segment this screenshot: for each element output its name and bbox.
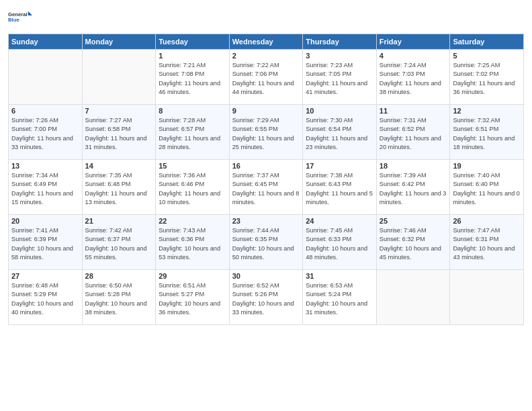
calendar-cell: 10Sunrise: 7:30 AMSunset: 6:54 PMDayligh… — [303, 105, 377, 160]
calendar-cell: 31Sunrise: 6:53 AMSunset: 5:24 PMDayligh… — [303, 270, 377, 325]
day-number: 18 — [380, 162, 447, 170]
day-info: Sunrise: 6:48 AMSunset: 5:29 PMDaylight:… — [11, 281, 79, 317]
svg-marker-2 — [28, 11, 32, 15]
day-number: 12 — [453, 107, 521, 115]
calendar-cell: 21Sunrise: 7:42 AMSunset: 6:37 PMDayligh… — [82, 215, 156, 270]
weekday-header-monday: Monday — [82, 34, 156, 50]
day-info-line: Sunset: 6:39 PM — [11, 236, 57, 242]
day-info-line: Daylight: 11 hours and 23 minutes. — [306, 135, 367, 150]
svg-text:Blue: Blue — [8, 17, 19, 23]
calendar-week-5: 27Sunrise: 6:48 AMSunset: 5:29 PMDayligh… — [9, 270, 524, 325]
day-info: Sunrise: 7:25 AMSunset: 7:02 PMDaylight:… — [453, 61, 521, 97]
weekday-header-saturday: Saturday — [450, 34, 524, 50]
day-info: Sunrise: 7:21 AMSunset: 7:08 PMDaylight:… — [159, 61, 226, 97]
day-info-line: Daylight: 11 hours and 44 minutes. — [232, 80, 294, 95]
calendar-cell — [376, 270, 450, 325]
day-number: 20 — [11, 217, 79, 225]
day-info-line: Sunrise: 7:31 AM — [380, 117, 427, 124]
day-info-line: Sunset: 7:05 PM — [306, 71, 351, 77]
day-number: 29 — [159, 272, 226, 280]
calendar-cell: 22Sunrise: 7:43 AMSunset: 6:36 PMDayligh… — [156, 215, 230, 270]
calendar-cell: 20Sunrise: 7:41 AMSunset: 6:39 PMDayligh… — [9, 215, 83, 270]
day-info-line: Daylight: 11 hours and 18 minutes. — [453, 135, 515, 150]
day-info-line: Sunrise: 7:36 AM — [159, 172, 206, 179]
day-number: 1 — [159, 52, 226, 60]
day-number: 8 — [159, 107, 226, 115]
day-info: Sunrise: 7:29 AMSunset: 6:55 PMDaylight:… — [232, 116, 300, 152]
day-number: 21 — [85, 217, 153, 225]
day-info-line: Daylight: 11 hours and 36 minutes. — [453, 80, 515, 95]
day-info: Sunrise: 7:45 AMSunset: 6:33 PMDaylight:… — [306, 226, 373, 262]
calendar-cell: 9Sunrise: 7:29 AMSunset: 6:55 PMDaylight… — [229, 105, 303, 160]
day-info: Sunrise: 7:22 AMSunset: 7:06 PMDaylight:… — [232, 61, 300, 97]
calendar-cell — [9, 50, 83, 105]
day-info-line: Sunset: 7:02 PM — [453, 71, 498, 77]
day-info-line: Daylight: 11 hours and 15 minutes. — [11, 190, 73, 205]
calendar-table: SundayMondayTuesdayWednesdayThursdayFrid… — [8, 34, 524, 325]
day-number: 17 — [306, 162, 373, 170]
day-info-line: Sunrise: 7:21 AM — [159, 62, 206, 68]
day-info-line: Sunset: 7:06 PM — [232, 71, 278, 77]
calendar-week-4: 20Sunrise: 7:41 AMSunset: 6:39 PMDayligh… — [9, 215, 524, 270]
day-info-line: Sunrise: 7:27 AM — [85, 117, 132, 124]
calendar-cell: 29Sunrise: 6:51 AMSunset: 5:27 PMDayligh… — [156, 270, 230, 325]
day-number: 10 — [306, 107, 373, 115]
day-info-line: Sunrise: 7:30 AM — [306, 117, 353, 124]
day-info-line: Daylight: 11 hours and 13 minutes. — [85, 190, 147, 205]
day-info: Sunrise: 7:41 AMSunset: 6:39 PMDaylight:… — [11, 226, 79, 262]
day-info-line: Sunrise: 7:23 AM — [306, 62, 353, 68]
calendar-cell: 19Sunrise: 7:40 AMSunset: 6:40 PMDayligh… — [450, 160, 524, 215]
calendar-cell — [450, 270, 524, 325]
calendar-cell: 13Sunrise: 7:34 AMSunset: 6:49 PMDayligh… — [9, 160, 83, 215]
day-number: 14 — [85, 162, 153, 170]
day-info: Sunrise: 7:27 AMSunset: 6:58 PMDaylight:… — [85, 116, 153, 152]
day-info-line: Daylight: 10 hours and 36 minutes. — [159, 300, 220, 316]
day-info: Sunrise: 7:38 AMSunset: 6:43 PMDaylight:… — [306, 171, 373, 207]
calendar-cell: 25Sunrise: 7:46 AMSunset: 6:32 PMDayligh… — [376, 215, 450, 270]
calendar-cell: 26Sunrise: 7:47 AMSunset: 6:31 PMDayligh… — [450, 215, 524, 270]
calendar-cell: 7Sunrise: 7:27 AMSunset: 6:58 PMDaylight… — [82, 105, 156, 160]
day-info-line: Sunrise: 7:45 AM — [306, 227, 353, 234]
day-number: 31 — [306, 272, 373, 280]
day-info-line: Daylight: 11 hours and 0 minutes. — [453, 190, 520, 205]
day-info-line: Sunset: 5:28 PM — [85, 291, 131, 298]
day-info-line: Daylight: 10 hours and 38 minutes. — [85, 300, 147, 316]
day-info-line: Daylight: 10 hours and 50 minutes. — [232, 245, 294, 261]
day-info-line: Daylight: 11 hours and 3 minutes. — [380, 190, 447, 205]
day-number: 23 — [232, 217, 300, 225]
day-info-line: Sunset: 6:36 PM — [159, 236, 204, 242]
calendar-cell: 17Sunrise: 7:38 AMSunset: 6:43 PMDayligh… — [303, 160, 377, 215]
day-info-line: Sunset: 7:00 PM — [11, 126, 57, 132]
day-number: 28 — [85, 272, 153, 280]
day-info-line: Sunrise: 7:47 AM — [453, 227, 500, 234]
day-number: 2 — [232, 52, 300, 60]
day-info-line: Sunrise: 7:39 AM — [380, 172, 427, 179]
day-info-line: Daylight: 10 hours and 53 minutes. — [159, 245, 220, 261]
day-number: 30 — [232, 272, 300, 280]
day-info-line: Sunrise: 6:51 AM — [159, 282, 206, 289]
weekday-header-tuesday: Tuesday — [156, 34, 230, 50]
day-number: 25 — [380, 217, 447, 225]
day-info-line: Sunrise: 7:43 AM — [159, 227, 206, 234]
day-info: Sunrise: 6:50 AMSunset: 5:28 PMDaylight:… — [85, 281, 153, 317]
weekday-header-thursday: Thursday — [303, 34, 377, 50]
calendar-cell: 8Sunrise: 7:28 AMSunset: 6:57 PMDaylight… — [156, 105, 230, 160]
day-info: Sunrise: 7:42 AMSunset: 6:37 PMDaylight:… — [85, 226, 153, 262]
day-info-line: Sunset: 6:46 PM — [159, 181, 204, 187]
calendar-cell: 6Sunrise: 7:26 AMSunset: 7:00 PMDaylight… — [9, 105, 83, 160]
day-info-line: Sunrise: 6:53 AM — [306, 282, 353, 289]
day-info-line: Sunrise: 7:41 AM — [11, 227, 58, 234]
day-info-line: Daylight: 11 hours and 28 minutes. — [159, 135, 220, 150]
calendar-week-2: 6Sunrise: 7:26 AMSunset: 7:00 PMDaylight… — [9, 105, 524, 160]
day-info-line: Daylight: 10 hours and 45 minutes. — [380, 245, 441, 261]
day-info-line: Sunrise: 7:29 AM — [232, 117, 279, 124]
day-info: Sunrise: 6:53 AMSunset: 5:24 PMDaylight:… — [306, 281, 373, 317]
day-info: Sunrise: 7:47 AMSunset: 6:31 PMDaylight:… — [453, 226, 521, 262]
calendar-cell: 12Sunrise: 7:32 AMSunset: 6:51 PMDayligh… — [450, 105, 524, 160]
day-info-line: Daylight: 11 hours and 31 minutes. — [85, 135, 147, 150]
day-info-line: Sunset: 6:43 PM — [306, 181, 351, 187]
day-info: Sunrise: 6:51 AMSunset: 5:27 PMDaylight:… — [159, 281, 226, 317]
day-info-line: Sunrise: 7:34 AM — [11, 172, 58, 179]
page-header: General Blue — [8, 7, 524, 28]
day-info-line: Sunset: 7:08 PM — [159, 71, 204, 77]
